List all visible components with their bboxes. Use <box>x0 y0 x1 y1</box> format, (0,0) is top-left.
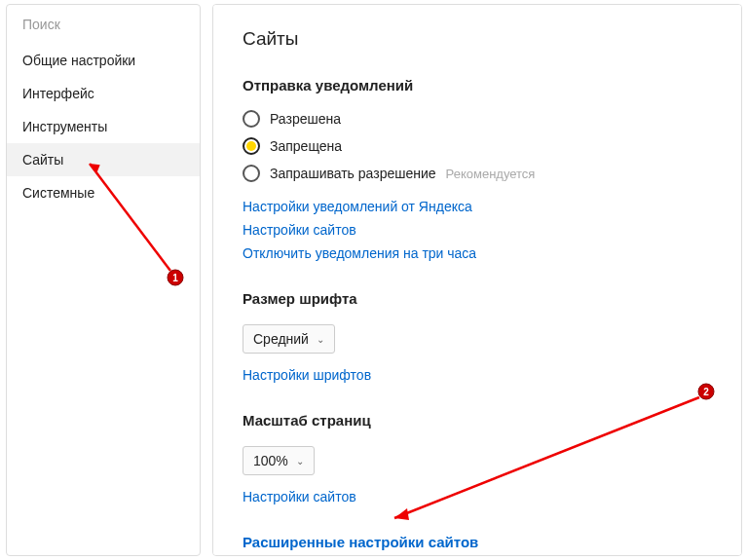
radio-allowed[interactable]: Разрешена <box>243 105 712 132</box>
chevron-down-icon: ⌄ <box>296 456 304 467</box>
notifications-heading: Отправка уведомлений <box>243 77 712 93</box>
radio-denied[interactable]: Запрещена <box>243 132 712 160</box>
sidebar-item-sites[interactable]: Сайты <box>7 143 200 176</box>
dropdown-value: Средний <box>253 331 309 347</box>
radio-hint: Рекомендуется <box>446 167 536 181</box>
page-zoom-heading: Масштаб страниц <box>243 412 712 429</box>
notifications-section: Отправка уведомлений Разрешена Запрещена… <box>243 77 712 261</box>
page-zoom-section: Масштаб страниц 100% ⌄ Настройки сайтов <box>243 412 712 504</box>
radio-icon <box>243 137 260 155</box>
font-size-section: Размер шрифта Средний ⌄ Настройки шрифто… <box>243 290 712 383</box>
sidebar-item-system[interactable]: Системные <box>7 176 200 209</box>
link-advanced-site-settings[interactable]: Расширенные настройки сайтов <box>243 534 712 550</box>
sidebar-item-interface[interactable]: Интерфейс <box>7 77 200 110</box>
radio-ask[interactable]: Запрашивать разрешение Рекомендуется <box>243 160 712 187</box>
link-yandex-notifications[interactable]: Настройки уведомлений от Яндекса <box>243 199 712 214</box>
settings-sidebar: Поиск Общие настройки Интерфейс Инструме… <box>6 4 201 556</box>
sidebar-item-general[interactable]: Общие настройки <box>7 44 200 77</box>
link-disable-3h[interactable]: Отключить уведомления на три часа <box>243 245 712 261</box>
radio-label: Запрещена <box>270 138 342 154</box>
dropdown-value: 100% <box>253 453 288 468</box>
font-size-dropdown[interactable]: Средний ⌄ <box>243 324 335 354</box>
font-size-heading: Размер шрифта <box>243 290 712 307</box>
chevron-down-icon: ⌄ <box>317 334 324 345</box>
radio-icon <box>243 165 260 182</box>
sidebar-item-tools[interactable]: Инструменты <box>7 110 200 143</box>
link-zoom-site-settings[interactable]: Настройки сайтов <box>243 489 712 504</box>
sidebar-search[interactable]: Поиск <box>7 5 200 44</box>
settings-main: Сайты Отправка уведомлений Разрешена Зап… <box>212 4 742 556</box>
radio-label: Разрешена <box>270 111 341 127</box>
link-site-settings[interactable]: Настройки сайтов <box>243 222 712 238</box>
radio-icon <box>243 110 260 128</box>
notifications-radio-group: Разрешена Запрещена Запрашивать разрешен… <box>243 105 712 187</box>
radio-label: Запрашивать разрешение <box>270 166 436 181</box>
page-zoom-dropdown[interactable]: 100% ⌄ <box>243 446 315 475</box>
page-title: Сайты <box>243 28 712 50</box>
link-font-settings[interactable]: Настройки шрифтов <box>243 367 712 383</box>
